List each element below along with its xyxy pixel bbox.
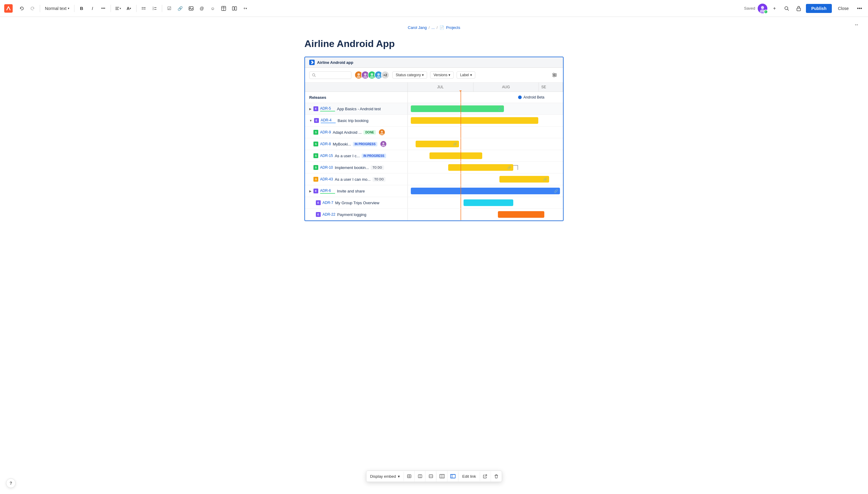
expand-width-button[interactable]: ↔ [854,22,859,27]
issue-type-epic: E [313,106,318,111]
page-title: Airline Android App [304,38,564,50]
unordered-list-button[interactable] [139,4,149,13]
label-filter[interactable]: Label ▾ [457,71,475,79]
gantt-row-adr43: ⚠ ADR-43 As a user I can mo... TO DO 🔗 [305,173,563,185]
svg-point-42 [383,142,384,144]
gantt-months: JUL AUG SE [407,82,563,92]
breadcrumb-author[interactable]: Carol Jang [408,25,427,30]
versions-filter[interactable]: Versions ▾ [430,71,454,79]
issue-type-epic: E [313,189,318,193]
gantt-label-adr9: S ADR-9 Adapt Android ... DONE [305,128,407,136]
search-button[interactable] [782,4,791,13]
layout-button[interactable] [230,4,239,13]
mention-button[interactable]: @ [197,4,207,13]
publish-button[interactable]: Publish [806,4,832,13]
today-line [461,92,461,103]
gantt-timeline-adr9 [407,127,563,138]
jira-embed: Airline Android app [304,57,564,221]
svg-point-4 [142,7,143,8]
gantt-label-adr6: ▶ E ADR-6 Invite and share [305,187,407,195]
svg-rect-0 [4,4,13,13]
bold-button[interactable]: B [77,4,87,13]
gantt-bar-adr4 [411,117,538,124]
redo-button[interactable] [28,4,37,13]
svg-rect-17 [233,7,234,10]
table-button[interactable] [219,4,228,13]
today-line [461,103,461,114]
adr5-id-label: ADR-5 [320,106,335,111]
text-style-dropdown[interactable]: Normal text ▾ [42,5,72,12]
breadcrumb-section-icon: 📄 [439,25,444,30]
gantt-row-adr9: S ADR-9 Adapt Android ... DONE [305,127,563,138]
image-button[interactable] [186,4,196,13]
gantt-label-adr22: E ADR-22 Payment logging [305,211,407,218]
undo-button[interactable] [17,4,26,13]
align-button[interactable]: ▾ [113,4,123,13]
today-line [461,127,461,138]
gantt-bar-adr43: 🔗 [499,176,549,183]
breadcrumb-ellipsis[interactable]: ... [431,25,435,30]
today-line [461,185,461,197]
italic-button[interactable]: I [88,4,97,13]
svg-point-39 [553,76,555,77]
issue-type-epic: E [316,200,321,205]
release-dot: Android Beta [518,95,544,99]
gantt-row-adr15: S ADR-15 As a user I c... IN PROGRESS [305,150,563,162]
link-icon: 🔗 [554,189,558,193]
more-actions-button[interactable]: ••• [855,4,864,13]
sep-3 [111,5,111,12]
chevron-down-icon: ▾ [470,73,472,77]
svg-point-27 [356,76,361,78]
gantt-bar-adr10: 🔗 [448,164,513,171]
gantt-releases-row: Releases Android Beta [305,92,563,103]
saved-status: Saved [744,6,755,11]
avatar-count[interactable]: +2 [381,71,389,79]
gantt-chart: JUL AUG SE Releases Android Beta [305,82,563,221]
badge-inprogress: IN PROGRESS [353,142,377,146]
expand-icon-adr5[interactable]: ▶ [309,107,312,111]
more-text-button[interactable]: ••• [98,4,108,13]
issue-type-story: S [313,165,318,170]
today-line [461,150,461,162]
gantt-bar-adr7 [464,200,513,206]
user-avatar[interactable]: C [758,4,767,13]
svg-point-31 [370,76,374,78]
gantt-label-adr10: S ADR-10 Implement bookin... TO DO [305,164,407,171]
expand-icon-adr4[interactable]: ▼ [309,119,312,122]
insert-more-button[interactable]: + ▾ [241,4,250,13]
restrict-button[interactable] [794,4,804,13]
svg-point-43 [382,145,385,146]
svg-rect-18 [235,7,237,10]
app-logo[interactable] [4,4,13,13]
expand-icon-adr6[interactable]: ▶ [309,189,312,193]
gantt-timeline-adr22 [407,209,563,220]
color-button[interactable]: A▾ [124,4,134,13]
gantt-row-adr7: E ADR-7 My Group Trips Overview [305,197,563,209]
link-button[interactable]: 🔗 [176,4,185,13]
issue-type-epic: E [314,118,319,123]
add-collaborator-button[interactable]: + [770,4,779,13]
emoji-button[interactable]: ☺ [208,4,218,13]
badge-todo: TO DO [372,177,386,182]
breadcrumb-section[interactable]: Projects [446,25,460,30]
sep-2 [74,5,74,12]
gantt-row-adr22: E ADR-22 Payment logging [305,209,563,221]
jira-embed-header: Airline Android app [305,57,563,68]
close-button[interactable]: Close [834,4,852,13]
search-box[interactable] [309,71,351,79]
search-input[interactable] [318,73,342,77]
connector-arrow [513,165,518,170]
status-category-filter[interactable]: Status category ▾ [392,71,427,79]
today-line [461,162,461,173]
svg-point-6 [142,8,143,10]
task-list-button[interactable]: ☑ [165,4,174,13]
filter-settings-button[interactable] [550,71,559,79]
svg-point-30 [371,73,373,76]
badge-todo: TO DO [371,165,384,170]
svg-point-24 [313,74,315,76]
gantt-timeline-adr5: 🔗 [407,103,563,114]
gantt-label-adr15: S ADR-15 As a user I c... IN PROGRESS [305,152,407,159]
gantt-timeline-adr7 [407,197,563,208]
gantt-row-adr6: ▶ E ADR-6 Invite and share 🔗 [305,185,563,197]
ordered-list-button[interactable]: 1.2. [150,4,160,13]
